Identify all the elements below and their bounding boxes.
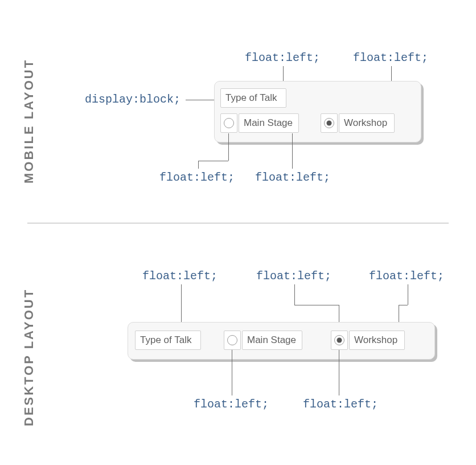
radio-circle-icon: [334, 335, 344, 345]
annotation-float-left: float:left;: [159, 171, 235, 184]
mobile-mock: Type of Talk Main Stage Workshop: [214, 81, 421, 142]
leader-line: [294, 284, 295, 305]
desktop-section-label: DESKTOP LAYOUT: [22, 288, 36, 426]
leader-line: [198, 161, 228, 161]
annotation-float-left: float:left;: [142, 270, 218, 283]
option-b-label: Workshop: [354, 335, 397, 346]
leader-line: [294, 305, 339, 305]
form-title-text: Type of Talk: [225, 92, 277, 104]
option-a-label-chip: Main Stage: [239, 113, 299, 133]
form-title-text: Type of Talk: [140, 335, 191, 346]
annotation-float-left: float:left;: [194, 398, 269, 411]
annotation-float-left: float:left;: [256, 270, 331, 283]
annotation-float-left: float:left;: [245, 51, 320, 64]
option-a-label-chip: Main Stage: [242, 331, 302, 350]
annotation-float-left: float:left;: [369, 270, 444, 283]
radio-main-stage[interactable]: [220, 113, 237, 133]
radio-circle-icon: [227, 335, 237, 345]
radio-workshop[interactable]: [321, 113, 338, 133]
leader-line: [232, 350, 232, 395]
radio-circle-icon: [324, 118, 334, 128]
radio-workshop[interactable]: [331, 331, 348, 350]
option-a-label: Main Stage: [247, 335, 296, 346]
leader-line: [399, 305, 408, 305]
mobile-section-label: MOBILE LAYOUT: [22, 59, 36, 183]
leader-line: [228, 133, 229, 161]
radio-dot-icon: [327, 121, 332, 126]
option-a-label: Main Stage: [244, 117, 293, 129]
annotation-float-left: float:left;: [255, 171, 330, 184]
radio-dot-icon: [337, 338, 342, 343]
leader-line: [292, 133, 293, 169]
leader-line: [408, 284, 408, 305]
option-b-label-chip: Workshop: [339, 113, 395, 133]
form-title-chip: Type of Talk: [220, 88, 286, 108]
form-title-chip: Type of Talk: [135, 331, 201, 350]
radio-main-stage[interactable]: [224, 331, 241, 350]
annotation-display-block: display:block;: [85, 93, 180, 106]
leader-line: [339, 350, 339, 395]
section-divider: [27, 223, 449, 223]
diagram-canvas: MOBILE LAYOUT float:left; float:left; di…: [0, 0, 476, 465]
annotation-float-left: float:left;: [353, 51, 428, 64]
leader-line: [198, 161, 199, 169]
desktop-mock: Type of Talk Main Stage Workshop: [128, 322, 435, 360]
option-b-label: Workshop: [344, 117, 387, 129]
annotation-float-left: float:left;: [303, 398, 378, 411]
option-b-label-chip: Workshop: [349, 331, 405, 350]
radio-circle-icon: [224, 118, 234, 128]
